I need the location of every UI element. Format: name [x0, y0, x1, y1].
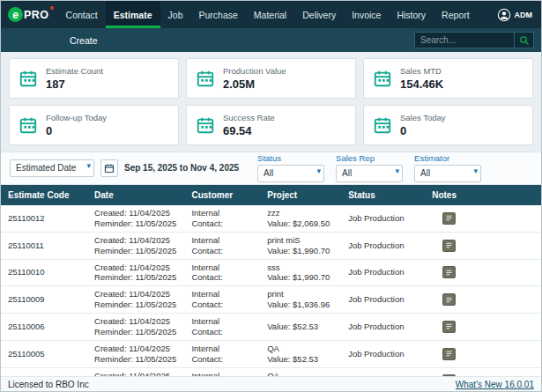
note-button[interactable]	[442, 348, 456, 360]
estimate-code-cell[interactable]: 25110009	[1, 286, 87, 314]
stats-grid: Estimate Count187 Production Value2.05M …	[1, 52, 541, 152]
status-cell: Job Production	[341, 286, 425, 314]
search-button[interactable]	[514, 33, 533, 48]
contact-text: Contact:	[191, 246, 253, 256]
logo-red-dot-icon	[50, 6, 54, 10]
tab-job[interactable]: Job	[160, 1, 191, 28]
user-menu[interactable]: ADM	[497, 1, 542, 28]
date-field-select[interactable]: Estimated Date	[10, 159, 94, 177]
col-header-status: Status	[341, 185, 425, 205]
table-row[interactable]: 25110009 Created: 11/04/2025 Reminder: 1…	[1, 286, 541, 314]
col-header-project: Project	[260, 185, 341, 205]
note-button[interactable]	[442, 321, 456, 333]
estimate-code-text[interactable]: 25110005	[8, 349, 45, 359]
notes-cell	[425, 205, 541, 232]
logo-pro-text: PRO	[24, 9, 49, 21]
project-cell: zzz Value: $2,069.50	[260, 205, 341, 232]
table-row[interactable]: 25110004 Created: 11/04/2025 Reminder: 1…	[1, 367, 541, 376]
tab-contact[interactable]: Contact	[58, 1, 106, 28]
date-cell: Created: 11/04/2025 Reminder: 11/05/2025	[87, 367, 184, 376]
table-row[interactable]: 25110005 Created: 11/04/2025 Reminder: 1…	[1, 340, 541, 367]
stat-card-sales-today: Sales Today0	[363, 105, 533, 145]
status-filter-label: Status	[257, 153, 324, 163]
stat-value: 154.46K	[400, 78, 443, 91]
date-cell: Created: 11/04/2025 Reminder: 11/05/2025	[87, 232, 184, 259]
notes-cell	[425, 340, 541, 367]
reminder-date-text: Reminder: 11/05/2025	[94, 218, 177, 229]
contact-text: Contact:	[191, 218, 253, 229]
created-date-text: Created: 11/04/2025	[94, 263, 177, 273]
project-value-text: Value: $1,990.70	[267, 272, 334, 283]
logo-e-icon: e	[8, 7, 23, 22]
date-cell: Created: 11/04/2025 Reminder: 11/05/2025	[87, 286, 184, 314]
note-button[interactable]	[442, 212, 456, 225]
estimate-code-text[interactable]: 25110006	[8, 322, 45, 331]
status-cell: Job Production	[341, 314, 425, 341]
estimate-table: Estimate Code Date Customer Project Stat…	[1, 185, 541, 376]
notes-cell	[425, 286, 541, 314]
status-cell: Job Production	[341, 367, 425, 376]
whats-new-link[interactable]: What's New 16.0.01	[456, 380, 534, 389]
notes-cell	[425, 259, 541, 286]
status-cell: Job Production	[341, 205, 425, 232]
note-button[interactable]	[442, 266, 456, 278]
created-date-text: Created: 11/04/2025	[94, 208, 177, 218]
tab-purchase[interactable]: Purchase	[191, 1, 246, 28]
stat-card-production-value: Production Value2.05M	[186, 58, 356, 99]
search-input[interactable]	[415, 33, 514, 48]
customer-text: Internal	[191, 316, 253, 327]
tab-history[interactable]: History	[389, 1, 434, 28]
estimate-code-text[interactable]: 25110009	[8, 294, 45, 304]
project-value-text: Value: $1,936.96	[267, 300, 334, 310]
customer-cell: Internal Contact:	[184, 314, 260, 341]
app-logo: e PRO	[1, 1, 58, 28]
tab-report[interactable]: Report	[434, 1, 478, 28]
tab-delivery[interactable]: Delivery	[294, 1, 344, 28]
estimate-code-cell[interactable]: 25110010	[1, 259, 87, 286]
col-header-estimate-code: Estimate Code	[1, 185, 87, 205]
note-button[interactable]	[442, 293, 456, 306]
stat-card-success-rate: Success Rate69.54	[186, 105, 356, 145]
table-row[interactable]: 25110006 Created: 11/04/2025 Reminder: 1…	[1, 314, 541, 341]
stat-label: Sales Today	[400, 113, 446, 122]
table-row[interactable]: 25110012 Created: 11/04/2025 Reminder: 1…	[1, 205, 541, 232]
status-text: Job Production	[348, 322, 404, 331]
project-value-text: Value: $52.53	[267, 354, 334, 365]
stat-value: 187	[46, 78, 103, 91]
estimate-code-cell[interactable]: 25110012	[1, 205, 87, 232]
status-text: Job Production	[348, 240, 404, 250]
estimate-code-cell[interactable]: 25110011	[1, 232, 87, 259]
date-cell: Created: 11/04/2025 Reminder: 11/05/2025	[87, 314, 184, 341]
note-button[interactable]	[442, 240, 456, 252]
estimate-code-text[interactable]: 25110012	[8, 213, 45, 223]
customer-text: Internal	[191, 263, 253, 273]
stat-value: 0	[46, 124, 107, 137]
col-header-customer: Customer	[184, 185, 260, 205]
estimate-code-cell[interactable]: 25110006	[1, 314, 87, 341]
create-button[interactable]: Create	[70, 35, 98, 46]
estimate-code-cell[interactable]: 25110004	[1, 367, 87, 376]
contact-text: Contact:	[191, 272, 253, 283]
tab-estimate[interactable]: Estimate	[106, 1, 160, 28]
project-value-text: Value: $1,990.70	[267, 246, 334, 256]
sales-rep-filter: Sales Rep All	[336, 153, 403, 182]
table-row[interactable]: 25110011 Created: 11/04/2025 Reminder: 1…	[1, 232, 541, 259]
estimate-code-cell[interactable]: 25110005	[1, 340, 87, 367]
estimate-code-text[interactable]: 25110011	[8, 240, 44, 250]
estimator-filter: Estimator All	[414, 153, 481, 182]
tab-invoice[interactable]: Invoice	[344, 1, 389, 28]
date-cell: Created: 11/04/2025 Reminder: 11/05/2025	[87, 259, 184, 286]
status-cell: Job Production	[341, 340, 425, 367]
project-cell: print Value: $1,936.96	[260, 286, 341, 314]
status-select[interactable]: All	[257, 165, 324, 182]
contact-text: Contact:	[191, 300, 253, 310]
estimate-table-body: 25110012 Created: 11/04/2025 Reminder: 1…	[1, 205, 541, 376]
tab-material[interactable]: Material	[246, 1, 294, 28]
created-date-text: Created: 11/04/2025	[94, 289, 177, 300]
estimator-select[interactable]: All	[414, 165, 481, 182]
sales-rep-select[interactable]: All	[336, 165, 403, 182]
date-picker-button[interactable]	[100, 159, 118, 177]
project-name-text: print	[267, 289, 334, 300]
table-row[interactable]: 25110010 Created: 11/04/2025 Reminder: 1…	[1, 259, 541, 286]
estimate-code-text[interactable]: 25110010	[8, 267, 45, 277]
